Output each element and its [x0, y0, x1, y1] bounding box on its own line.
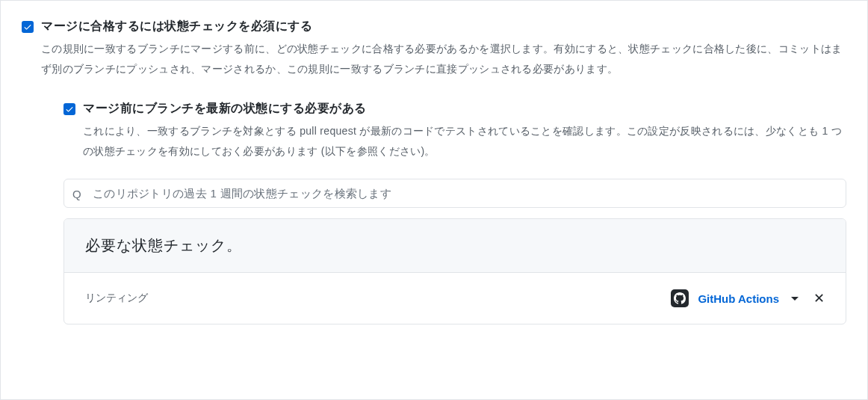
check-source-dropdown[interactable]: GitHub Actions: [698, 292, 779, 305]
branch-protection-panel: マージに合格するには状態チェックを必須にする この規則に一致するブランチにマージ…: [0, 0, 868, 400]
require-up-to-date-checkbox[interactable]: [63, 103, 75, 115]
search-icon: Q: [72, 187, 81, 200]
status-check-search-input[interactable]: [63, 179, 846, 208]
required-check-row: リンティング GitHub Actions ✕: [64, 273, 846, 324]
check-icon: [23, 22, 32, 31]
require-up-to-date-desc: これにより、一致するブランチを対象とする pull request が最新のコー…: [83, 121, 846, 161]
require-status-checks-checkbox[interactable]: [22, 21, 34, 33]
required-checks-card: 必要な状態チェック。 リンティング GitHub Actions ✕: [63, 218, 846, 324]
require-status-checks-title: マージに合格するには状態チェックを必須にする: [41, 19, 846, 34]
required-checks-header: 必要な状態チェック。: [64, 219, 846, 273]
github-icon: [671, 289, 689, 307]
check-icon: [65, 105, 74, 114]
require-status-checks-desc: この規則に一致するブランチにマージする前に、どの状態チェックに合格する必要がある…: [41, 39, 846, 79]
remove-check-button[interactable]: ✕: [813, 292, 825, 305]
require-up-to-date-title: マージ前にブランチを最新の状態にする必要がある: [83, 101, 846, 117]
chevron-down-icon[interactable]: [791, 297, 799, 301]
check-name: リンティング: [85, 292, 148, 305]
